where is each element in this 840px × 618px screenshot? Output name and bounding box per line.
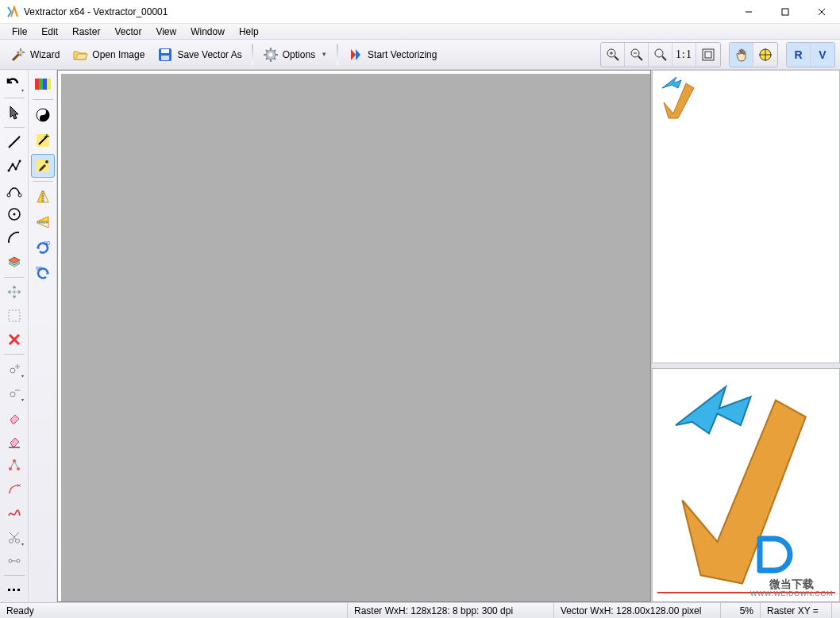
svg-rect-28 (705, 52, 711, 58)
status-raster: Raster WxH: 128x128: 8 bpp: 300 dpi (348, 603, 554, 618)
flip-h-icon (35, 189, 51, 205)
multilayer-tool[interactable] (2, 251, 26, 273)
palette-icon (34, 78, 52, 90)
vector-layer-button[interactable]: V (811, 43, 834, 67)
main-area: ▾ ▾ ▾ ▾ 90 90 (0, 70, 840, 602)
menubar: File Edit Raster Vector View Window Help (0, 24, 840, 40)
add-node-tool[interactable]: ▾ (2, 358, 26, 380)
app-icon (6, 6, 19, 18)
ruler-vertical (58, 71, 61, 601)
svg-line-16 (274, 50, 276, 52)
polyline-tool[interactable] (2, 155, 26, 177)
connect-tool[interactable] (2, 550, 26, 572)
scissors-tool[interactable]: ▾ (2, 525, 26, 547)
watermark-url: WWW.WEIDOWN.COM (750, 590, 833, 598)
zoom-out-button[interactable] (625, 43, 649, 67)
magic-wand-tool[interactable] (31, 129, 55, 152)
zoom-icon (653, 48, 668, 62)
zoom-actual-button[interactable]: 1:1 (672, 43, 696, 67)
ruler-horizontal (58, 71, 650, 74)
snap-circle-icon (6, 481, 22, 497)
arc-tool[interactable] (2, 227, 26, 249)
save-vector-as-button[interactable]: Save Vector As (152, 43, 247, 67)
svg-line-56 (14, 532, 19, 537)
watermark: 微当下载 WWW.WEIDOWN.COM (750, 531, 833, 598)
eraser-line-tool[interactable] (2, 430, 26, 452)
svg-point-38 (18, 194, 21, 197)
palette-tool[interactable] (31, 72, 55, 96)
bezier-icon (6, 182, 22, 198)
crosshair-icon (758, 48, 773, 62)
options-label: Options (283, 49, 315, 60)
eraser-tool[interactable] (2, 405, 26, 428)
line-tool[interactable] (2, 131, 26, 153)
circle-icon (6, 206, 22, 222)
svg-point-72 (41, 111, 44, 113)
more-tools[interactable] (2, 579, 26, 601)
delete-x-icon (6, 332, 22, 347)
svg-text:90: 90 (36, 266, 42, 271)
rotate-ccw-tool[interactable]: 90 (31, 261, 55, 285)
options-button[interactable]: Options ▼ (257, 43, 333, 67)
color-picker-tool[interactable] (31, 154, 55, 178)
menu-help[interactable]: Help (232, 25, 266, 39)
folder-open-icon (72, 47, 88, 63)
zoom-in-button[interactable] (601, 43, 625, 67)
node-minus-icon (6, 385, 22, 401)
menu-file[interactable]: File (5, 25, 34, 39)
watermark-text: 微当下载 (750, 578, 833, 590)
canvas[interactable] (57, 70, 651, 602)
gear-icon (263, 47, 279, 63)
close-button[interactable] (803, 0, 840, 24)
arc-icon (6, 230, 22, 246)
svg-point-25 (655, 49, 663, 57)
menu-vector[interactable]: Vector (107, 25, 148, 39)
svg-point-77 (45, 160, 48, 163)
open-image-button[interactable]: Open Image (67, 43, 150, 67)
wizard-button[interactable]: Wizard (5, 43, 65, 67)
menu-raster[interactable]: Raster (65, 25, 107, 39)
right-panels: 微当下载 WWW.WEIDOWN.COM (651, 70, 840, 602)
menu-view[interactable]: View (148, 25, 183, 39)
overview-pane[interactable] (652, 70, 840, 363)
svg-line-60 (14, 537, 16, 539)
connect-icon (6, 553, 22, 569)
pan-button[interactable] (730, 43, 753, 67)
menu-edit[interactable]: Edit (34, 25, 65, 39)
bezier-tool[interactable] (2, 179, 26, 202)
flip-horizontal-tool[interactable] (31, 185, 55, 209)
flip-vertical-tool[interactable] (31, 210, 55, 234)
undo-tool[interactable]: ▾ (2, 72, 26, 94)
zoom-fit-button[interactable] (696, 43, 720, 67)
svg-rect-69 (43, 79, 47, 90)
svg-line-55 (10, 532, 14, 537)
svg-point-40 (13, 213, 15, 215)
menu-window[interactable]: Window (183, 25, 232, 39)
maximize-button[interactable] (767, 0, 803, 24)
circle-tool[interactable] (2, 203, 26, 225)
snap-circle-tool[interactable] (2, 478, 26, 500)
rotate-cw-tool[interactable]: 90 (31, 236, 55, 259)
start-vectorizing-button[interactable]: Start Vectorizing (342, 43, 442, 67)
crosshair-button[interactable] (753, 43, 777, 67)
raster-layer-button[interactable]: R (787, 43, 811, 67)
merge-nodes-tool[interactable] (2, 454, 26, 476)
svg-rect-41 (9, 310, 20, 321)
svg-point-35 (14, 167, 17, 170)
select-rect-tool[interactable] (2, 305, 26, 327)
freehand-tool[interactable] (2, 501, 26, 524)
svg-line-32 (9, 136, 20, 148)
pointer-tool[interactable] (2, 102, 26, 124)
minimize-button[interactable] (730, 0, 767, 24)
toolbox-left-secondary: 90 90 (29, 70, 57, 602)
move-tool[interactable] (2, 280, 26, 302)
remove-node-tool[interactable]: ▾ (2, 382, 26, 404)
freehand-icon (6, 505, 22, 520)
line-icon (6, 134, 22, 150)
layer-group: R V (786, 42, 835, 67)
one-to-one-label: 1:1 (676, 48, 692, 61)
delete-tool[interactable] (2, 328, 26, 351)
zoom-region-button[interactable] (649, 43, 672, 67)
yinyang-tool[interactable] (31, 103, 55, 127)
preview-pane[interactable]: 微当下载 WWW.WEIDOWN.COM (652, 368, 840, 602)
